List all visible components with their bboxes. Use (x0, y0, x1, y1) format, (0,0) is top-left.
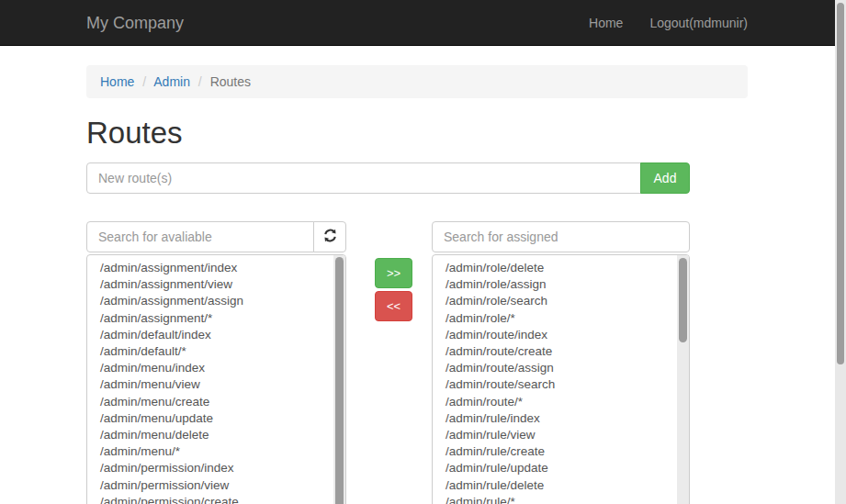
refresh-icon (323, 229, 337, 245)
route-item[interactable]: /admin/permission/view (100, 477, 345, 494)
search-available-input[interactable] (86, 221, 314, 252)
available-list-scrollbar[interactable] (333, 255, 345, 504)
route-item[interactable]: /admin/rule/create (446, 443, 689, 460)
assigned-routes-list: /admin/role/delete /admin/role/assign /a… (432, 254, 690, 504)
breadcrumb-home[interactable]: Home (100, 74, 134, 89)
route-item[interactable]: /admin/default/index (100, 327, 345, 343)
route-item[interactable]: /admin/route/* (446, 394, 689, 410)
route-item[interactable]: /admin/assignment/index (100, 260, 345, 276)
available-routes-list: /admin/assignment/index /admin/assignmen… (86, 254, 346, 504)
assigned-list-scrollbar-thumb[interactable] (679, 258, 687, 342)
route-item[interactable]: /admin/rule/delete (446, 477, 689, 494)
breadcrumb-separator: / (194, 74, 207, 89)
remove-button[interactable]: << (375, 291, 412, 321)
route-item[interactable]: /admin/role/assign (446, 276, 689, 293)
breadcrumb-current: Routes (210, 74, 251, 89)
search-assigned-input[interactable] (432, 221, 690, 252)
assigned-list-scrollbar[interactable] (677, 255, 689, 504)
route-item[interactable]: /admin/default/* (100, 343, 345, 360)
route-item[interactable]: /admin/role/* (446, 310, 689, 327)
navbar-link-home[interactable]: Home (589, 16, 623, 30)
navbar-brand[interactable]: My Company (86, 0, 184, 46)
route-item[interactable]: /admin/permission/create (100, 494, 345, 504)
route-item[interactable]: /admin/menu/delete (100, 427, 345, 443)
route-item[interactable]: /admin/rule/index (446, 410, 689, 427)
add-route-button[interactable]: Add (640, 162, 690, 194)
refresh-button[interactable] (313, 221, 346, 252)
assign-button[interactable]: >> (375, 258, 412, 288)
route-item[interactable]: /admin/route/index (446, 327, 689, 343)
assigned-routes-items: /admin/role/delete /admin/role/assign /a… (433, 255, 689, 504)
breadcrumb-separator: / (138, 74, 151, 89)
navbar-link-logout[interactable]: Logout(mdmunir) (649, 16, 748, 30)
route-item[interactable]: /admin/menu/view (100, 376, 345, 393)
navbar: My Company Home Logout(mdmunir) (0, 0, 835, 46)
breadcrumb: Home / Admin / Routes (86, 65, 748, 98)
available-routes-items: /admin/assignment/index /admin/assignmen… (87, 255, 345, 504)
route-item[interactable]: /admin/menu/index (100, 360, 345, 376)
navbar-nav: Home Logout(mdmunir) (589, 0, 748, 46)
route-item[interactable]: /admin/menu/create (100, 394, 345, 410)
route-item[interactable]: /admin/role/search (446, 293, 689, 309)
route-item[interactable]: /admin/assignment/view (100, 276, 345, 293)
route-item[interactable]: /admin/rule/view (446, 427, 689, 443)
route-item[interactable]: /admin/assignment/assign (100, 293, 345, 309)
breadcrumb-admin[interactable]: Admin (153, 74, 190, 89)
route-item[interactable]: /admin/route/create (446, 343, 689, 360)
route-item[interactable]: /admin/route/assign (446, 360, 689, 376)
route-item[interactable]: /admin/role/delete (446, 260, 689, 276)
route-item[interactable]: /admin/permission/index (100, 460, 345, 476)
page-scrollbar[interactable] (835, 0, 846, 504)
page-title: Routes (86, 116, 183, 151)
route-item[interactable]: /admin/assignment/* (100, 310, 345, 327)
route-item[interactable]: /admin/route/search (446, 376, 689, 393)
route-item[interactable]: /admin/rule/* (446, 494, 689, 504)
new-route-input[interactable] (86, 162, 641, 194)
route-item[interactable]: /admin/rule/update (446, 460, 689, 476)
page-scrollbar-thumb[interactable] (837, 3, 844, 364)
available-list-scrollbar-thumb[interactable] (335, 257, 344, 504)
route-item[interactable]: /admin/menu/update (100, 410, 345, 427)
route-item[interactable]: /admin/menu/* (100, 443, 345, 460)
